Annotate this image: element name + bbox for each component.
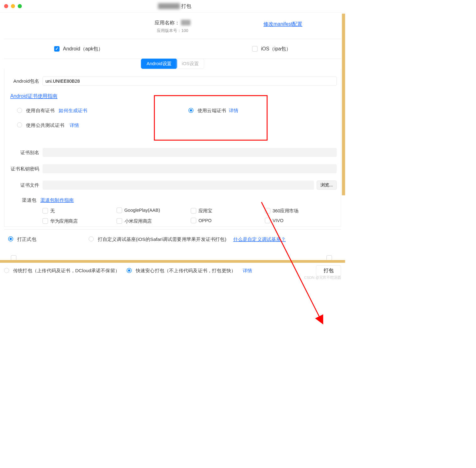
channel-360-cb[interactable] <box>265 208 270 213</box>
package-name-label: Android包名 <box>8 78 43 84</box>
tab-android[interactable]: Android设置 <box>141 59 177 69</box>
build-type-row: 打正式包 打自定义调试基座(iOS的Safari调试需要用苹果开发证书打包) 什… <box>4 229 341 249</box>
own-cert-radio[interactable] <box>17 108 22 113</box>
channel-oppo-cb[interactable] <box>191 218 196 223</box>
what-is-custom-link[interactable]: 什么是自定义调试基座？ <box>233 236 286 242</box>
cert-keypwd-input[interactable] <box>43 164 337 173</box>
hidden-cb1 <box>11 255 16 260</box>
formal-radio[interactable] <box>8 237 13 242</box>
fast-label: 快速安心打包（不上传代码及证书，打包更快） <box>136 268 236 273</box>
cert-alias-input[interactable] <box>43 148 337 157</box>
custom-base-label: 打自定义调试基座(iOS的Safari调试需要用苹果开发证书打包) <box>98 237 226 242</box>
app-info: 应用名称： xx 应用版本号：100 修改manifest配置 <box>4 13 341 39</box>
channel-vivo: VIVO <box>272 218 283 223</box>
cert-file-label: 证书文件 <box>8 182 43 188</box>
maximize-icon[interactable] <box>18 4 22 8</box>
ios-checkbox[interactable] <box>252 46 257 51</box>
public-cert-label: 使用公共测试证书 <box>26 122 64 128</box>
package-name-input[interactable] <box>43 76 337 86</box>
titlebar: xxxxxxxx 打包 <box>0 0 345 13</box>
channel-google: GooglePlay(AAB) <box>124 208 160 213</box>
title-blurred: xxxxxxxx <box>158 3 180 9</box>
cert-alias-label: 证书别名 <box>8 149 43 155</box>
channel-label: 渠道包 <box>22 197 36 203</box>
channel-vivo-cb[interactable] <box>265 218 270 223</box>
channel-google-cb[interactable] <box>117 207 122 213</box>
channel-360: 360应用市场 <box>272 208 298 213</box>
app-name-value-blurred: xx <box>181 20 190 25</box>
annotation-red-box <box>154 95 268 141</box>
ios-label: iOS（ipa包） <box>261 46 291 51</box>
channel-huawei: 华为应用商店 <box>50 218 77 223</box>
formal-label: 打正式包 <box>17 237 36 242</box>
bottom-bar: 传统打包（上传代码及证书，DCloud承诺不保留） 快速安心打包（不上传代码及证… <box>0 260 345 281</box>
channel-none: 无 <box>50 208 55 213</box>
watermark: CSDN @元宵不吃汤圆 <box>304 275 341 280</box>
android-checkbox[interactable] <box>54 46 60 51</box>
own-cert-label: 使用自有证书 <box>26 108 55 113</box>
bottom-detail-link[interactable]: 详情 <box>243 268 252 274</box>
public-cert-detail-link[interactable]: 详情 <box>70 122 79 128</box>
channel-yyb: 应用宝 <box>198 208 212 213</box>
modify-manifest-link[interactable]: 修改manifest配置 <box>263 21 302 28</box>
window-title: xxxxxxxx 打包 <box>22 3 327 10</box>
gold-sidebar <box>342 14 345 195</box>
public-cert-radio[interactable] <box>17 122 22 127</box>
channel-guide-link[interactable]: 渠道包制作指南 <box>40 197 74 203</box>
cert-keypwd-label: 证书私钥密码 <box>8 166 43 172</box>
traffic-lights <box>4 4 22 8</box>
hidden-cb2 <box>326 255 332 260</box>
channel-oppo: OPPO <box>198 218 212 223</box>
tabs: Android设置iOS设置 <box>4 59 341 69</box>
android-panel: Android包名 Android证书使用指南 使用自有证书 如何生成证书 使用… <box>4 69 341 227</box>
gold-divider <box>0 260 345 263</box>
cert-guide-link[interactable]: Android证书使用指南 <box>10 93 58 99</box>
browse-button[interactable]: 浏览... <box>317 180 337 190</box>
how-gen-cert-link[interactable]: 如何生成证书 <box>59 108 87 113</box>
app-name-label: 应用名称： <box>155 20 180 25</box>
cert-file-input[interactable] <box>43 180 314 190</box>
title-suffix: 打包 <box>181 3 191 10</box>
custom-base-radio[interactable] <box>89 237 94 242</box>
traditional-label: 传统打包（上传代码及证书，DCloud承诺不保留） <box>13 268 120 273</box>
channel-xiaomi-cb[interactable] <box>117 218 122 224</box>
app-version-value: 100 <box>182 29 188 33</box>
platform-row: Android（apk包） iOS（ipa包） <box>4 39 341 59</box>
tab-ios[interactable]: iOS设置 <box>176 59 204 69</box>
close-icon[interactable] <box>4 4 8 8</box>
traditional-radio[interactable] <box>4 268 9 273</box>
channel-yyb-cb[interactable] <box>191 208 196 213</box>
android-label: Android（apk包） <box>63 46 103 51</box>
channel-xiaomi: 小米应用商店 <box>124 218 152 223</box>
channel-none-cb[interactable] <box>43 208 48 213</box>
package-button[interactable]: 打包 <box>316 265 341 276</box>
channel-huawei-cb[interactable] <box>43 218 48 224</box>
fast-radio[interactable] <box>127 268 132 273</box>
minimize-icon[interactable] <box>11 4 15 8</box>
app-version-label: 应用版本号： <box>157 29 181 33</box>
